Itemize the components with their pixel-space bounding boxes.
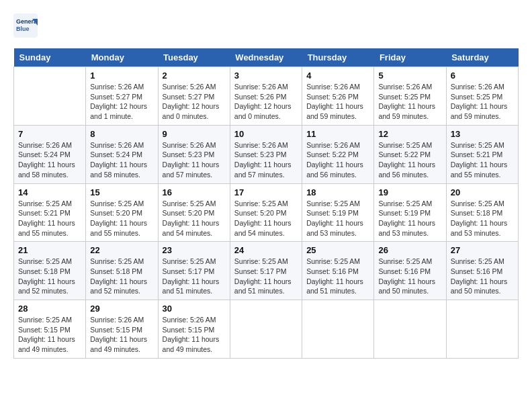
calendar-cell: 13Sunrise: 5:25 AM Sunset: 5:21 PM Dayli… xyxy=(446,125,518,183)
calendar-cell: 30Sunrise: 5:26 AM Sunset: 5:15 PM Dayli… xyxy=(158,300,230,359)
day-number: 29 xyxy=(90,304,153,314)
calendar-table: SundayMondayTuesdayWednesdayThursdayFrid… xyxy=(13,48,519,359)
day-info: Sunrise: 5:25 AM Sunset: 5:21 PM Dayligh… xyxy=(18,199,81,238)
column-header-monday: Monday xyxy=(86,48,158,67)
day-info: Sunrise: 5:25 AM Sunset: 5:16 PM Dayligh… xyxy=(378,257,441,296)
day-number: 25 xyxy=(306,245,369,255)
calendar-cell: 15Sunrise: 5:25 AM Sunset: 5:20 PM Dayli… xyxy=(86,183,158,242)
logo-icon: General Blue xyxy=(13,13,38,38)
day-info: Sunrise: 5:25 AM Sunset: 5:18 PM Dayligh… xyxy=(451,199,514,238)
calendar-cell: 21Sunrise: 5:25 AM Sunset: 5:18 PM Dayli… xyxy=(14,242,86,300)
day-number: 24 xyxy=(234,245,298,255)
week-row-4: 21Sunrise: 5:25 AM Sunset: 5:18 PM Dayli… xyxy=(14,242,519,300)
calendar-cell xyxy=(302,300,374,359)
calendar-cell: 7Sunrise: 5:26 AM Sunset: 5:24 PM Daylig… xyxy=(14,125,86,183)
column-header-thursday: Thursday xyxy=(302,48,374,67)
day-info: Sunrise: 5:25 AM Sunset: 5:17 PM Dayligh… xyxy=(234,257,298,296)
day-info: Sunrise: 5:25 AM Sunset: 5:17 PM Dayligh… xyxy=(163,257,226,296)
calendar-cell: 23Sunrise: 5:25 AM Sunset: 5:17 PM Dayli… xyxy=(158,242,230,300)
calendar-cell: 1Sunrise: 5:26 AM Sunset: 5:27 PM Daylig… xyxy=(86,67,158,126)
calendar-cell: 8Sunrise: 5:26 AM Sunset: 5:24 PM Daylig… xyxy=(86,125,158,183)
day-number: 28 xyxy=(18,304,81,314)
calendar-cell: 19Sunrise: 5:25 AM Sunset: 5:19 PM Dayli… xyxy=(374,183,446,242)
day-info: Sunrise: 5:25 AM Sunset: 5:15 PM Dayligh… xyxy=(18,315,81,355)
calendar-cell: 14Sunrise: 5:25 AM Sunset: 5:21 PM Dayli… xyxy=(14,183,86,242)
day-number: 9 xyxy=(163,129,226,139)
day-number: 7 xyxy=(18,129,81,139)
calendar-cell: 20Sunrise: 5:25 AM Sunset: 5:18 PM Dayli… xyxy=(446,183,518,242)
day-number: 11 xyxy=(306,129,369,139)
page-header: General Blue xyxy=(13,13,519,38)
calendar-cell: 26Sunrise: 5:25 AM Sunset: 5:16 PM Dayli… xyxy=(374,242,446,300)
day-info: Sunrise: 5:26 AM Sunset: 5:27 PM Dayligh… xyxy=(90,82,153,122)
calendar-cell: 4Sunrise: 5:26 AM Sunset: 5:26 PM Daylig… xyxy=(302,67,374,126)
calendar-cell: 16Sunrise: 5:25 AM Sunset: 5:20 PM Dayli… xyxy=(158,183,230,242)
calendar-cell: 6Sunrise: 5:26 AM Sunset: 5:25 PM Daylig… xyxy=(446,67,518,126)
calendar-cell: 5Sunrise: 5:26 AM Sunset: 5:25 PM Daylig… xyxy=(374,67,446,126)
calendar-cell xyxy=(374,300,446,359)
day-info: Sunrise: 5:25 AM Sunset: 5:19 PM Dayligh… xyxy=(378,199,441,238)
day-number: 12 xyxy=(378,129,441,139)
day-number: 23 xyxy=(163,245,226,255)
calendar-cell: 29Sunrise: 5:26 AM Sunset: 5:15 PM Dayli… xyxy=(86,300,158,359)
day-info: Sunrise: 5:26 AM Sunset: 5:22 PM Dayligh… xyxy=(306,140,369,180)
day-info: Sunrise: 5:26 AM Sunset: 5:23 PM Dayligh… xyxy=(163,140,226,180)
day-info: Sunrise: 5:26 AM Sunset: 5:24 PM Dayligh… xyxy=(18,140,81,180)
column-header-sunday: Sunday xyxy=(14,48,86,67)
calendar-cell: 18Sunrise: 5:25 AM Sunset: 5:19 PM Dayli… xyxy=(302,183,374,242)
day-info: Sunrise: 5:25 AM Sunset: 5:18 PM Dayligh… xyxy=(90,257,153,296)
column-header-saturday: Saturday xyxy=(446,48,518,67)
day-number: 19 xyxy=(378,187,441,197)
day-number: 18 xyxy=(306,187,369,197)
day-info: Sunrise: 5:26 AM Sunset: 5:24 PM Dayligh… xyxy=(90,140,153,180)
day-info: Sunrise: 5:25 AM Sunset: 5:16 PM Dayligh… xyxy=(306,257,369,296)
day-number: 20 xyxy=(451,187,514,197)
column-header-wednesday: Wednesday xyxy=(230,48,302,67)
calendar-cell: 2Sunrise: 5:26 AM Sunset: 5:27 PM Daylig… xyxy=(158,67,230,126)
day-number: 15 xyxy=(90,187,153,197)
day-info: Sunrise: 5:26 AM Sunset: 5:25 PM Dayligh… xyxy=(378,82,441,122)
day-number: 10 xyxy=(234,129,298,139)
week-row-2: 7Sunrise: 5:26 AM Sunset: 5:24 PM Daylig… xyxy=(14,125,519,183)
day-number: 3 xyxy=(234,71,298,81)
calendar-cell: 3Sunrise: 5:26 AM Sunset: 5:26 PM Daylig… xyxy=(230,67,302,126)
calendar-header: SundayMondayTuesdayWednesdayThursdayFrid… xyxy=(14,48,519,67)
day-number: 8 xyxy=(90,129,153,139)
calendar-cell xyxy=(446,300,518,359)
week-row-1: 1Sunrise: 5:26 AM Sunset: 5:27 PM Daylig… xyxy=(14,67,519,126)
calendar-cell: 11Sunrise: 5:26 AM Sunset: 5:22 PM Dayli… xyxy=(302,125,374,183)
day-number: 22 xyxy=(90,245,153,255)
day-number: 1 xyxy=(90,71,153,81)
svg-text:Blue: Blue xyxy=(16,26,30,32)
calendar-cell: 24Sunrise: 5:25 AM Sunset: 5:17 PM Dayli… xyxy=(230,242,302,300)
day-info: Sunrise: 5:25 AM Sunset: 5:21 PM Dayligh… xyxy=(451,140,514,180)
day-info: Sunrise: 5:25 AM Sunset: 5:18 PM Dayligh… xyxy=(18,257,81,296)
calendar-cell xyxy=(230,300,302,359)
day-info: Sunrise: 5:26 AM Sunset: 5:26 PM Dayligh… xyxy=(306,82,369,122)
week-row-3: 14Sunrise: 5:25 AM Sunset: 5:21 PM Dayli… xyxy=(14,183,519,242)
day-number: 30 xyxy=(163,304,226,314)
day-info: Sunrise: 5:25 AM Sunset: 5:16 PM Dayligh… xyxy=(451,257,514,296)
column-header-friday: Friday xyxy=(374,48,446,67)
calendar-cell: 28Sunrise: 5:25 AM Sunset: 5:15 PM Dayli… xyxy=(14,300,86,359)
day-number: 5 xyxy=(378,71,441,81)
calendar-cell: 10Sunrise: 5:26 AM Sunset: 5:23 PM Dayli… xyxy=(230,125,302,183)
calendar-cell xyxy=(14,67,86,126)
day-number: 4 xyxy=(306,71,369,81)
logo: General Blue xyxy=(13,13,42,38)
day-number: 26 xyxy=(378,245,441,255)
day-info: Sunrise: 5:26 AM Sunset: 5:15 PM Dayligh… xyxy=(163,315,226,355)
day-info: Sunrise: 5:26 AM Sunset: 5:25 PM Dayligh… xyxy=(451,82,514,122)
column-header-tuesday: Tuesday xyxy=(158,48,230,67)
day-info: Sunrise: 5:26 AM Sunset: 5:23 PM Dayligh… xyxy=(234,140,298,180)
day-number: 6 xyxy=(451,71,514,81)
calendar-cell: 27Sunrise: 5:25 AM Sunset: 5:16 PM Dayli… xyxy=(446,242,518,300)
week-row-5: 28Sunrise: 5:25 AM Sunset: 5:15 PM Dayli… xyxy=(14,300,519,359)
header-row: SundayMondayTuesdayWednesdayThursdayFrid… xyxy=(14,48,519,67)
day-number: 13 xyxy=(451,129,514,139)
calendar-cell: 22Sunrise: 5:25 AM Sunset: 5:18 PM Dayli… xyxy=(86,242,158,300)
day-number: 14 xyxy=(18,187,81,197)
day-info: Sunrise: 5:26 AM Sunset: 5:27 PM Dayligh… xyxy=(163,82,226,122)
calendar-cell: 12Sunrise: 5:25 AM Sunset: 5:22 PM Dayli… xyxy=(374,125,446,183)
day-number: 21 xyxy=(18,245,81,255)
